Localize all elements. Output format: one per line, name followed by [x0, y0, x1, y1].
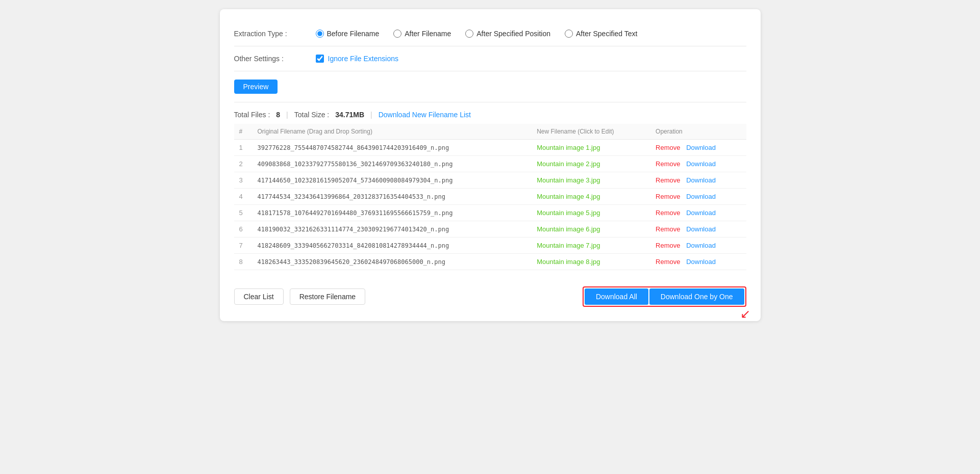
- download-one-by-one-button[interactable]: Download One by One: [649, 288, 744, 305]
- cell-num: 6: [234, 221, 253, 238]
- total-files-value: 8: [276, 111, 280, 119]
- cell-new-filename[interactable]: Mountain image 7.jpg: [532, 238, 650, 254]
- bottom-bar: Clear List Restore Filename Download All…: [234, 274, 746, 307]
- preview-button[interactable]: Preview: [234, 80, 278, 94]
- radio-before-filename[interactable]: Before Filename: [316, 30, 380, 38]
- cell-operation: Remove Download: [650, 172, 746, 189]
- table-row: 1 392776228_7554487074582744_86439017442…: [234, 140, 746, 156]
- download-buttons-group: Download All Download One by One ↙: [583, 286, 746, 307]
- table-row: 4 417744534_323436413996864_203128371635…: [234, 189, 746, 205]
- download-button-row-2[interactable]: Download: [686, 160, 716, 168]
- cell-operation: Remove Download: [650, 254, 746, 270]
- cell-original-filename: 418248609_3339405662703314_8420810814278…: [253, 238, 532, 254]
- download-button-row-5[interactable]: Download: [686, 209, 716, 217]
- cell-num: 2: [234, 156, 253, 172]
- col-header-new: New Filename (Click to Edit): [532, 124, 650, 140]
- table-row: 8 418263443_333520839645620_236024849706…: [234, 254, 746, 270]
- other-settings-section: Other Settings : Ignore File Extensions: [234, 46, 746, 71]
- cell-operation: Remove Download: [650, 156, 746, 172]
- remove-button-row-1[interactable]: Remove: [656, 144, 680, 151]
- radio-after-specified-position[interactable]: After Specified Position: [465, 30, 550, 38]
- remove-button-row-8[interactable]: Remove: [656, 258, 680, 266]
- table-row: 5 418171578_10764492701694480_3769311695…: [234, 205, 746, 221]
- cell-original-filename: 418171578_10764492701694480_376931169556…: [253, 205, 532, 221]
- cell-operation: Remove Download: [650, 221, 746, 238]
- extraction-type-label: Extraction Type :: [234, 30, 316, 38]
- cell-num: 3: [234, 172, 253, 189]
- cell-original-filename: 417144650_10232816159052074_573460090808…: [253, 172, 532, 189]
- download-button-row-7[interactable]: Download: [686, 242, 716, 249]
- cell-new-filename[interactable]: Mountain image 6.jpg: [532, 221, 650, 238]
- cell-original-filename: 418263443_333520839645620_23602484970680…: [253, 254, 532, 270]
- total-files-label: Total Files :: [234, 111, 270, 119]
- remove-button-row-6[interactable]: Remove: [656, 225, 680, 233]
- files-table: # Original Filename (Drag and Drop Sorti…: [234, 124, 746, 270]
- cell-operation: Remove Download: [650, 205, 746, 221]
- download-button-row-6[interactable]: Download: [686, 225, 716, 233]
- cell-original-filename: 417744534_323436413996864_20312837163544…: [253, 189, 532, 205]
- cell-new-filename[interactable]: Mountain image 2.jpg: [532, 156, 650, 172]
- table-row: 2 409083868_10233792775580136_3021469709…: [234, 156, 746, 172]
- cell-new-filename[interactable]: Mountain image 8.jpg: [532, 254, 650, 270]
- table-row: 7 418248609_3339405662703314_84208108142…: [234, 238, 746, 254]
- remove-button-row-5[interactable]: Remove: [656, 209, 680, 217]
- radio-after-specified-text[interactable]: After Specified Text: [565, 30, 637, 38]
- stats-row: Total Files : 8 | Total Size : 34.71MB |…: [234, 102, 746, 124]
- cell-operation: Remove Download: [650, 238, 746, 254]
- cell-operation: Remove Download: [650, 189, 746, 205]
- download-button-row-4[interactable]: Download: [686, 193, 716, 200]
- ignore-extensions-checkbox[interactable]: Ignore File Extensions: [316, 55, 399, 63]
- table-row: 3 417144650_10232816159052074_5734600908…: [234, 172, 746, 189]
- restore-filename-button[interactable]: Restore Filename: [290, 288, 366, 305]
- cell-num: 7: [234, 238, 253, 254]
- download-button-row-8[interactable]: Download: [686, 258, 716, 266]
- extraction-type-section: Extraction Type : Before Filename After …: [234, 21, 746, 46]
- arrow-indicator: ↙: [740, 308, 750, 320]
- extraction-type-options: Before Filename After Filename After Spe…: [316, 30, 638, 38]
- other-settings-label: Other Settings :: [234, 55, 316, 63]
- col-header-operation: Operation: [650, 124, 746, 140]
- cell-new-filename[interactable]: Mountain image 3.jpg: [532, 172, 650, 189]
- download-new-filename-list-link[interactable]: Download New Filename List: [379, 111, 471, 119]
- cell-original-filename: 392776228_7554487074582744_8643901744203…: [253, 140, 532, 156]
- cell-original-filename: 409083868_10233792775580136_302146970936…: [253, 156, 532, 172]
- remove-button-row-2[interactable]: Remove: [656, 160, 680, 168]
- bottom-left-buttons: Clear List Restore Filename: [234, 288, 366, 305]
- cell-original-filename: 418190032_3321626331114774_2303092196774…: [253, 221, 532, 238]
- cell-num: 1: [234, 140, 253, 156]
- cell-num: 4: [234, 189, 253, 205]
- radio-after-filename[interactable]: After Filename: [393, 30, 451, 38]
- cell-new-filename[interactable]: Mountain image 5.jpg: [532, 205, 650, 221]
- cell-num: 8: [234, 254, 253, 270]
- download-all-button[interactable]: Download All: [585, 288, 648, 305]
- table-row: 6 418190032_3321626331114774_23030921967…: [234, 221, 746, 238]
- col-header-original: Original Filename (Drag and Drop Sorting…: [253, 124, 532, 140]
- col-header-num: #: [234, 124, 253, 140]
- remove-button-row-7[interactable]: Remove: [656, 242, 680, 249]
- clear-list-button[interactable]: Clear List: [234, 288, 284, 305]
- total-size-value: 34.71MB: [335, 111, 364, 119]
- remove-button-row-3[interactable]: Remove: [656, 176, 680, 184]
- cell-new-filename[interactable]: Mountain image 1.jpg: [532, 140, 650, 156]
- preview-section: Preview: [234, 71, 746, 102]
- cell-operation: Remove Download: [650, 140, 746, 156]
- remove-button-row-4[interactable]: Remove: [656, 193, 680, 200]
- download-button-row-3[interactable]: Download: [686, 176, 716, 184]
- cell-num: 5: [234, 205, 253, 221]
- table-header-row: # Original Filename (Drag and Drop Sorti…: [234, 124, 746, 140]
- download-button-row-1[interactable]: Download: [686, 144, 716, 151]
- total-size-label: Total Size :: [294, 111, 329, 119]
- cell-new-filename[interactable]: Mountain image 4.jpg: [532, 189, 650, 205]
- main-card: Extraction Type : Before Filename After …: [220, 9, 761, 321]
